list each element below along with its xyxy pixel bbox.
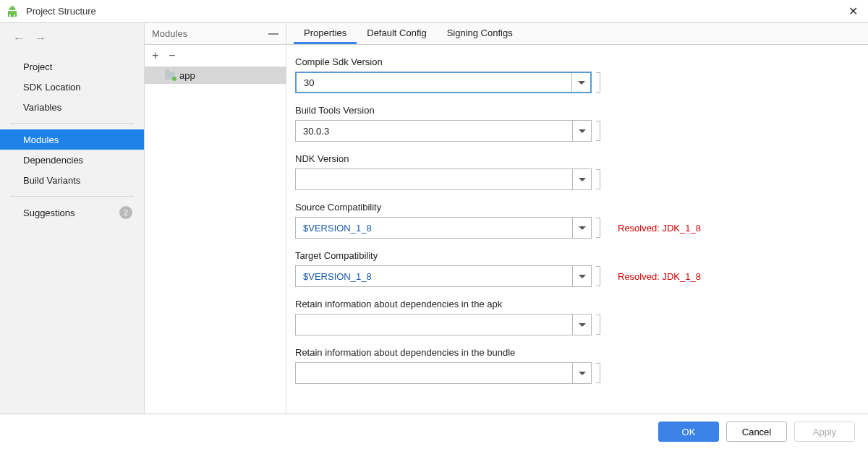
field-reset-stub[interactable] [596,218,600,238]
field-label: NDK Version [295,153,854,164]
sidebar-item-project[interactable]: Project [0,56,144,77]
source-compat-combobox[interactable]: $VERSION_1_8 [295,217,592,239]
tab-default-config[interactable]: Default Config [357,23,436,44]
nav-back-icon[interactable]: ← [13,32,25,45]
field-source-compat: Source Compatibility $VERSION_1_8 Resolv… [295,202,854,239]
combobox-value: $VERSION_1_8 [296,271,572,282]
combobox-value: $VERSION_1_8 [296,223,572,234]
sidebar-item-label: Project [23,61,52,72]
field-reset-stub[interactable] [596,72,600,93]
chevron-down-icon[interactable] [572,266,591,286]
tab-label: Default Config [367,27,426,38]
tab-label: Signing Configs [447,27,513,38]
sidebar-item-label: SDK Location [23,82,81,93]
retain-apk-combobox[interactable] [295,314,592,335]
field-label: Retain information about dependencies in… [295,347,854,358]
modules-toolbar: + − [145,45,286,67]
sidebar-separator [10,196,134,197]
module-row-app[interactable]: app [145,67,286,84]
field-label: Source Compatibility [295,202,854,213]
sidebar-item-label: Variables [23,102,61,113]
chevron-down-icon[interactable] [572,315,591,335]
nav-arrows: ← → [0,27,144,52]
sidebar-item-label: Build Variants [23,175,80,186]
chevron-down-icon[interactable] [572,363,591,383]
resolved-label: Resolved: JDK_1_8 [618,223,701,234]
modules-header-label: Modules [152,28,187,39]
remove-module-icon[interactable]: − [169,49,175,62]
tab-signing-configs[interactable]: Signing Configs [437,23,523,44]
sidebar-item-label: Suggestions [23,208,75,218]
chevron-down-icon[interactable] [571,73,590,92]
field-reset-stub[interactable] [596,266,600,286]
modules-panel: Modules + − app [145,23,286,414]
collapse-icon[interactable] [268,33,278,35]
tab-label: Properties [304,27,346,38]
sidebar: ← → Project SDK Location Variables Modul… [0,23,145,414]
ndk-combobox[interactable] [295,168,592,190]
field-ndk: NDK Version [295,153,854,190]
window-title: Project Structure [26,6,96,17]
nav-forward-icon[interactable]: → [35,32,46,45]
sidebar-item-variables[interactable]: Variables [0,97,144,117]
chevron-down-icon[interactable] [572,169,591,189]
properties-form: Compile Sdk Version 30 Build Tools Versi… [286,45,868,414]
field-target-compat: Target Compatibility $VERSION_1_8 Resolv… [295,250,854,287]
sidebar-item-modules[interactable]: Modules [0,129,144,150]
retain-bundle-combobox[interactable] [295,362,592,384]
footer: OK Cancel Apply [0,414,868,449]
field-reset-stub[interactable] [596,121,600,141]
sidebar-item-suggestions[interactable]: Suggestions 2 [0,202,144,223]
field-build-tools: Build Tools Version 30.0.3 [295,105,854,142]
combobox-value: 30.0.3 [296,126,572,137]
field-label: Target Compatibility [295,250,854,261]
module-folder-icon [165,72,175,80]
modules-header: Modules [145,23,286,45]
field-retain-apk: Retain information about dependencies in… [295,299,854,335]
combobox-value: 30 [297,77,571,88]
module-name: app [179,70,195,81]
field-label: Build Tools Version [295,105,854,116]
ok-button[interactable]: OK [658,422,719,442]
sidebar-item-label: Dependencies [23,155,83,166]
apply-button: Apply [794,422,855,442]
field-reset-stub[interactable] [596,363,600,383]
field-retain-bundle: Retain information about dependencies in… [295,347,854,384]
sidebar-item-dependencies[interactable]: Dependencies [0,150,144,170]
cancel-button[interactable]: Cancel [726,422,787,442]
tabs: Properties Default Config Signing Config… [286,23,868,45]
field-reset-stub[interactable] [596,315,600,335]
suggestions-count-badge: 2 [119,206,132,219]
sidebar-separator [10,123,134,124]
chevron-down-icon[interactable] [572,218,591,238]
field-label: Compile Sdk Version [295,56,854,67]
field-compile-sdk: Compile Sdk Version 30 [295,56,854,93]
field-reset-stub[interactable] [596,169,600,189]
sidebar-item-label: Modules [23,134,59,145]
compile-sdk-combobox[interactable]: 30 [295,72,592,93]
close-icon[interactable]: ✕ [844,4,862,18]
target-compat-combobox[interactable]: $VERSION_1_8 [295,265,592,287]
sidebar-item-sdk-location[interactable]: SDK Location [0,77,144,97]
tab-properties[interactable]: Properties [294,23,357,44]
android-icon [6,5,19,18]
field-label: Retain information about dependencies in… [295,299,854,309]
content-panel: Properties Default Config Signing Config… [286,23,868,414]
sidebar-item-build-variants[interactable]: Build Variants [0,170,144,190]
resolved-label: Resolved: JDK_1_8 [618,271,701,282]
add-module-icon[interactable]: + [152,49,158,62]
chevron-down-icon[interactable] [572,121,591,141]
titlebar: Project Structure ✕ [0,0,868,23]
build-tools-combobox[interactable]: 30.0.3 [295,120,592,142]
